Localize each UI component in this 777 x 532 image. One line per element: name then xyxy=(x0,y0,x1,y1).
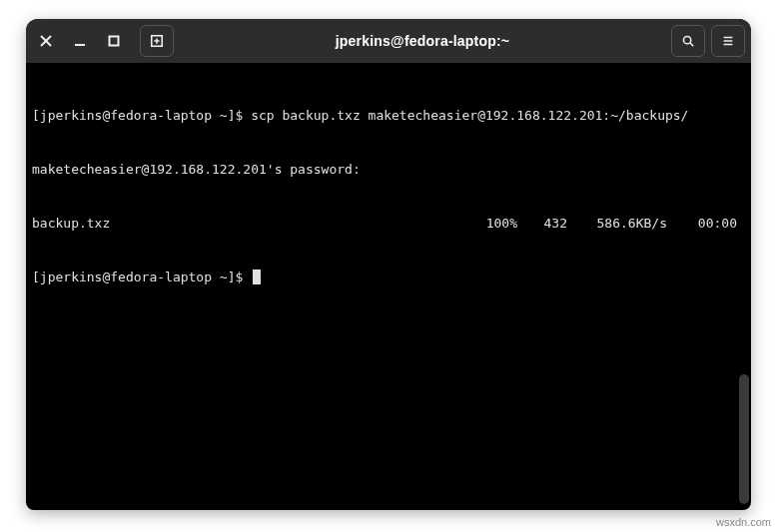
svg-line-8 xyxy=(690,43,693,46)
transfer-percent: 100% xyxy=(467,215,517,233)
transfer-eta: 00:00 xyxy=(667,215,737,233)
transfer-speed: 586.6KB/s xyxy=(567,215,667,233)
transfer-filename: backup.txz xyxy=(32,215,110,233)
window-title: jperkins@fedora-laptop:~ xyxy=(180,33,665,49)
menu-button[interactable] xyxy=(711,25,745,57)
transfer-size: 432 xyxy=(517,215,567,233)
svg-point-7 xyxy=(683,36,690,43)
titlebar-right xyxy=(671,25,745,57)
close-button[interactable] xyxy=(32,27,60,55)
scrollbar-thumb[interactable] xyxy=(739,374,749,504)
svg-rect-3 xyxy=(110,37,119,46)
terminal-line: [jperkins@fedora-laptop ~]$ scp backup.t… xyxy=(32,107,745,125)
prompt: [jperkins@fedora-laptop ~]$ xyxy=(32,269,251,284)
minimize-button[interactable] xyxy=(66,27,94,55)
new-tab-button[interactable] xyxy=(140,25,174,57)
terminal-line: maketecheasier@192.168.122.201's passwor… xyxy=(32,161,745,179)
terminal-output[interactable]: [jperkins@fedora-laptop ~]$ scp backup.t… xyxy=(26,63,751,510)
titlebar: jperkins@fedora-laptop:~ xyxy=(26,19,751,63)
watermark: wsxdn.com xyxy=(716,516,771,528)
scp-progress-line: backup.txz 100%432586.6KB/s00:00 xyxy=(32,215,745,233)
command-text: scp backup.txz maketecheasier@192.168.12… xyxy=(251,108,688,123)
search-button[interactable] xyxy=(671,25,705,57)
maximize-button[interactable] xyxy=(100,27,128,55)
cursor xyxy=(253,269,261,284)
prompt: [jperkins@fedora-laptop ~]$ xyxy=(32,108,251,123)
terminal-line: [jperkins@fedora-laptop ~]$ xyxy=(32,268,745,286)
transfer-stats: 100%432586.6KB/s00:00 xyxy=(467,215,745,233)
terminal-window: jperkins@fedora-laptop:~ [jperkins@fedor… xyxy=(26,19,751,510)
